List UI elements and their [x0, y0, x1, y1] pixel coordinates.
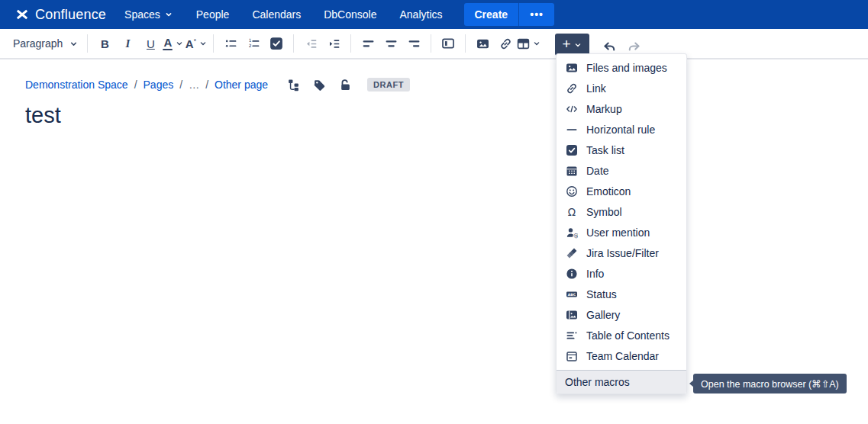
bullet-list-button[interactable]	[219, 32, 242, 55]
toolbar-divider	[465, 34, 466, 53]
navbar-items: Spaces People Calendars DbConsole Analyt…	[124, 8, 442, 21]
task-list-button[interactable]	[265, 32, 288, 55]
breadcrumb-separator: /	[205, 79, 208, 91]
menu-item-link[interactable]: Link	[557, 78, 686, 98]
horizontal-rule-icon	[566, 124, 578, 136]
chevron-down-icon	[175, 39, 184, 48]
italic-button[interactable]: I	[116, 32, 139, 55]
toolbar-divider	[431, 34, 431, 53]
brand-name: Confluence	[35, 7, 106, 23]
nav-item-dbconsole[interactable]: DbConsole	[324, 8, 376, 21]
undo-icon	[602, 40, 617, 54]
nav-item-people[interactable]: People	[196, 8, 230, 21]
svg-text:Ω: Ω	[568, 206, 576, 218]
task-list-icon	[566, 144, 578, 156]
svg-text:@: @	[573, 233, 578, 239]
chevron-down-icon	[69, 39, 79, 49]
status-icon: ABC	[566, 288, 578, 300]
outdent-button[interactable]	[299, 32, 322, 55]
toolbar-divider	[87, 34, 88, 53]
editor-toolbar: Paragraph B I U A A° 12	[0, 29, 868, 59]
navbar-more-button[interactable]: •••	[518, 3, 554, 26]
breadcrumb-link-pages[interactable]: Pages	[144, 79, 174, 91]
breadcrumb-ellipsis[interactable]: …	[189, 79, 199, 91]
breadcrumb: Demonstration Space / Pages / … / Other …	[25, 78, 868, 92]
menu-item-date[interactable]: Date	[557, 160, 686, 181]
team-calendar-icon	[566, 350, 578, 362]
text-styles-button[interactable]: A°	[185, 32, 208, 55]
menu-item-task-list[interactable]: Task list	[557, 140, 686, 160]
user-mention-icon: @	[566, 226, 578, 239]
top-navbar: Confluence Spaces People Calendars DbCon…	[0, 0, 868, 29]
page-layout-button[interactable]	[437, 32, 460, 55]
chevron-down-icon	[164, 10, 173, 19]
numbered-list-button[interactable]: 12	[242, 32, 265, 55]
underline-button[interactable]: U	[139, 32, 162, 55]
insert-table-button[interactable]	[517, 32, 541, 55]
align-center-icon	[385, 37, 398, 50]
macro-browser-tooltip: Open the macro browser (⌘⇧A)	[693, 374, 847, 393]
restrictions-button[interactable]	[338, 78, 352, 92]
confluence-editor-page: Confluence Spaces People Calendars DbCon…	[0, 0, 868, 424]
create-button-group: Create •••	[464, 3, 555, 26]
insert-dropdown-menu: Files and images Link Markup Horizontal …	[556, 53, 687, 394]
image-icon	[476, 37, 489, 50]
menu-item-jira-issue-filter[interactable]: Jira Issue/Filter	[557, 243, 686, 263]
text-color-button[interactable]: A	[162, 32, 185, 55]
paragraph-style-label: Paragraph	[13, 37, 63, 50]
menu-item-status[interactable]: ABC Status	[557, 284, 686, 304]
nav-item-analytics[interactable]: Analytics	[399, 8, 442, 21]
outdent-icon	[305, 37, 318, 50]
toolbar-divider	[293, 34, 294, 53]
breadcrumb-link-space[interactable]: Demonstration Space	[25, 79, 128, 91]
toc-icon	[566, 329, 578, 342]
align-left-button[interactable]	[357, 32, 379, 55]
breadcrumb-separator: /	[134, 79, 137, 91]
tag-icon	[313, 79, 326, 92]
menu-item-horizontal-rule[interactable]: Horizontal rule	[557, 119, 686, 140]
menu-item-info[interactable]: Info	[557, 263, 686, 284]
align-center-button[interactable]	[379, 32, 402, 55]
confluence-logo[interactable]: Confluence	[15, 7, 106, 23]
svg-text:1: 1	[249, 38, 252, 43]
insert-link-button[interactable]	[494, 32, 517, 55]
page-title[interactable]: test	[25, 103, 868, 128]
menu-item-user-mention[interactable]: @ User mention	[557, 222, 686, 243]
labels-button[interactable]	[312, 78, 326, 92]
bullet-list-icon	[224, 37, 237, 50]
create-button[interactable]: Create	[464, 3, 519, 26]
menu-item-table-of-contents[interactable]: Table of Contents	[557, 325, 686, 345]
nav-item-calendars[interactable]: Calendars	[252, 8, 301, 21]
page-tree-icon	[287, 79, 300, 92]
tooltip-text: Open the macro browser (⌘⇧A)	[701, 378, 839, 390]
menu-item-other-macros[interactable]: Other macros	[557, 371, 686, 393]
emoticon-icon	[566, 185, 578, 198]
align-right-button[interactable]	[402, 32, 425, 55]
menu-item-team-calendar[interactable]: Team Calendar	[557, 345, 686, 366]
table-icon	[517, 37, 530, 50]
menu-item-markup[interactable]: Markup	[557, 98, 686, 119]
breadcrumb-link-other-page[interactable]: Other page	[215, 79, 268, 91]
indent-button[interactable]	[322, 32, 345, 55]
bold-button[interactable]: B	[93, 32, 116, 55]
menu-item-emoticon[interactable]: Emoticon	[557, 181, 686, 201]
svg-text:ABC: ABC	[568, 293, 576, 297]
chevron-down-icon	[198, 39, 208, 48]
menu-item-symbol[interactable]: Ω Symbol	[557, 201, 686, 222]
paragraph-style-dropdown[interactable]: Paragraph	[10, 32, 82, 55]
page-tree-button[interactable]	[286, 78, 300, 92]
draft-status-badge: DRAFT	[367, 78, 410, 92]
insert-image-button[interactable]	[471, 32, 494, 55]
text-color-glyph: A	[163, 37, 173, 51]
align-right-icon	[408, 37, 421, 50]
menu-item-gallery[interactable]: Gallery	[557, 304, 686, 325]
breadcrumb-separator: /	[179, 79, 182, 91]
task-list-icon	[269, 37, 283, 50]
insert-more-content-button[interactable]: +	[555, 34, 589, 56]
nav-item-spaces[interactable]: Spaces	[124, 8, 173, 21]
text-styles-glyph: A°	[186, 37, 196, 50]
redo-icon	[627, 40, 641, 54]
info-icon	[566, 268, 578, 280]
menu-item-files-and-images[interactable]: Files and images	[557, 57, 686, 78]
link-icon	[499, 37, 512, 50]
